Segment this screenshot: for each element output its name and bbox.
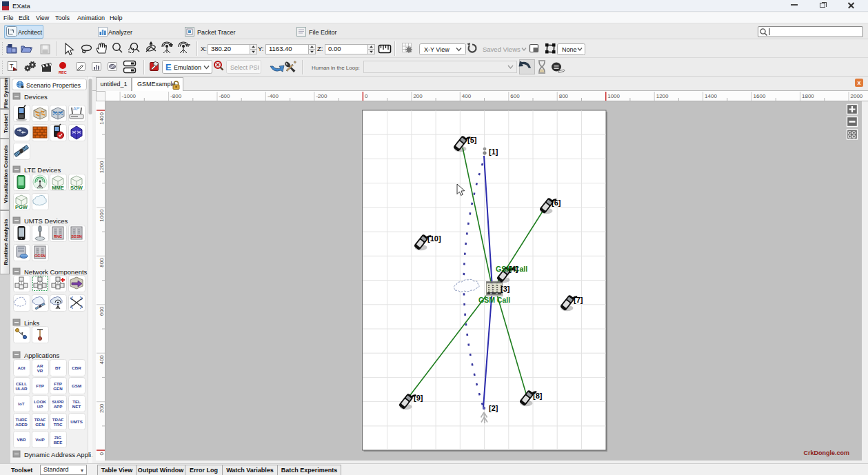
svg-text:600: 600: [99, 306, 105, 316]
svg-text:1000: 1000: [607, 93, 620, 99]
svg-text:ZIG: ZIG: [54, 435, 61, 440]
svg-text:[7]: [7]: [574, 296, 583, 304]
svg-text:TRAF: TRAF: [34, 417, 46, 422]
svg-text:Network Components: Network Components: [24, 268, 88, 276]
svg-text:X-Y View: X-Y View: [424, 46, 450, 53]
svg-text:SGW: SGW: [70, 185, 83, 191]
svg-text:REC: REC: [59, 70, 67, 74]
svg-text:CBR: CBR: [72, 365, 81, 370]
svg-text:600: 600: [510, 93, 520, 99]
svg-text:[3]: [3]: [501, 285, 510, 293]
svg-text:400: 400: [99, 355, 105, 365]
svg-text:GGSN: GGSN: [34, 254, 46, 258]
svg-text:AOI: AOI: [17, 365, 25, 370]
svg-text:UMTS: UMTS: [70, 419, 83, 424]
svg-text:TRAF: TRAF: [52, 417, 64, 422]
svg-text:FTP: FTP: [54, 381, 62, 386]
svg-text:RNC: RNC: [54, 234, 62, 239]
svg-text:[9]: [9]: [414, 394, 423, 402]
svg-text:VoIP: VoIP: [35, 437, 44, 442]
svg-text:Scenario Properties: Scenario Properties: [26, 82, 81, 89]
svg-text:1000: 1000: [99, 209, 105, 221]
svg-text:AR: AR: [37, 363, 43, 368]
svg-text:800: 800: [559, 93, 569, 99]
svg-text:[1]: [1]: [489, 148, 498, 156]
svg-text:GEN: GEN: [53, 386, 63, 391]
svg-text:Y:: Y:: [258, 45, 263, 52]
svg-text:GEN: GEN: [35, 422, 45, 427]
svg-text:1800: 1800: [802, 93, 814, 99]
svg-text:Applications: Applications: [24, 352, 59, 359]
svg-text:Runtime Analysis: Runtime Analysis: [3, 219, 9, 265]
svg-text:UP: UP: [37, 404, 43, 409]
svg-text:Visualization Controls: Visualization Controls: [3, 145, 9, 203]
svg-text:[5]: [5]: [467, 136, 477, 144]
svg-text:NET: NET: [72, 404, 81, 409]
svg-text:1163.40: 1163.40: [269, 45, 292, 52]
svg-text:1400: 1400: [705, 93, 717, 99]
svg-text:ULAR: ULAR: [15, 386, 28, 391]
svg-text:200: 200: [413, 93, 423, 99]
svg-text:APP: APP: [54, 404, 63, 409]
svg-text:Dynamic Address Appli…: Dynamic Address Appli…: [24, 451, 92, 458]
svg-text:Select PSI: Select PSI: [230, 64, 259, 71]
svg-text:LOOK: LOOK: [34, 399, 46, 404]
svg-text:Devices: Devices: [24, 93, 48, 101]
svg-text:GSM Call: GSM Call: [478, 296, 510, 304]
svg-text:CrkDongle.com: CrkDongle.com: [803, 449, 849, 456]
svg-text:1200: 1200: [656, 93, 669, 99]
svg-text:1200: 1200: [99, 161, 105, 173]
svg-text:X:: X:: [201, 45, 207, 52]
svg-text:SUPR: SUPR: [52, 399, 64, 404]
svg-text:MME: MME: [52, 185, 64, 191]
svg-text:E: E: [165, 62, 172, 72]
svg-text:BT: BT: [55, 365, 61, 370]
svg-text:TEL: TEL: [72, 399, 81, 404]
svg-text:Z:: Z:: [317, 45, 323, 52]
svg-text:400: 400: [462, 93, 472, 99]
svg-text:[10]: [10]: [427, 234, 441, 243]
svg-text:0: 0: [365, 93, 368, 99]
svg-text:0.00: 0.00: [328, 45, 341, 52]
svg-text:1400: 1400: [99, 112, 105, 124]
svg-text:FTP: FTP: [36, 383, 44, 388]
svg-text:BEE: BEE: [54, 440, 63, 445]
svg-text:-400: -400: [268, 93, 279, 99]
svg-text:File System: File System: [3, 78, 9, 108]
svg-text:Emulation: Emulation: [174, 64, 201, 71]
svg-text:SGSN: SGSN: [71, 234, 82, 239]
svg-text:[8]: [8]: [533, 392, 543, 400]
svg-text:Links: Links: [24, 319, 39, 327]
svg-text:800: 800: [99, 258, 105, 267]
svg-text:0: 0: [99, 452, 105, 456]
svg-text:None: None: [562, 46, 577, 53]
svg-text:2000: 2000: [851, 93, 863, 99]
svg-text:CELL: CELL: [16, 381, 27, 386]
svg-text:200: 200: [99, 403, 105, 413]
svg-text:GSM: GSM: [72, 383, 81, 388]
svg-text:-600: -600: [219, 93, 231, 99]
svg-text:Human in the Loop:: Human in the Loop:: [312, 65, 360, 71]
svg-text:380.20: 380.20: [211, 45, 231, 52]
svg-text:[6]: [6]: [552, 199, 561, 207]
svg-text:1600: 1600: [754, 93, 766, 99]
svg-text:[2]: [2]: [489, 404, 498, 412]
svg-text:UMTS Devices: UMTS Devices: [24, 217, 68, 225]
svg-text:AP: AP: [73, 106, 80, 111]
svg-text:-200: -200: [316, 93, 327, 99]
svg-text:-800: -800: [170, 93, 182, 99]
svg-text:LTE Devices: LTE Devices: [24, 166, 61, 174]
svg-text:THRE: THRE: [16, 417, 28, 422]
svg-text:VR: VR: [37, 368, 43, 373]
svg-text:Toolset: Toolset: [3, 114, 9, 133]
svg-text:Saved Views: Saved Views: [483, 46, 521, 53]
svg-text:IoT: IoT: [18, 401, 24, 406]
svg-text:[4]: [4]: [509, 265, 518, 273]
svg-text:-1000: -1000: [122, 93, 137, 99]
svg-text:PGW: PGW: [15, 204, 28, 210]
svg-text:VBR: VBR: [17, 437, 26, 442]
svg-text:TRC: TRC: [54, 422, 63, 427]
svg-text:ADED: ADED: [15, 422, 28, 427]
